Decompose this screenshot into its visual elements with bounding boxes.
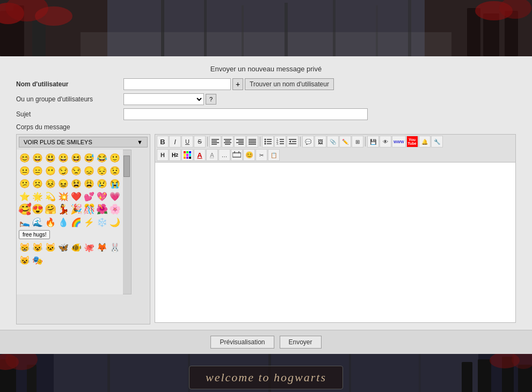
more-options-button[interactable]: … xyxy=(218,149,230,161)
smiley-item[interactable]: 🐙 xyxy=(83,241,95,253)
paste-button[interactable]: 📋 xyxy=(268,149,280,161)
smiley-item[interactable]: ⚡ xyxy=(83,216,95,228)
smiley-item[interactable]: 😒 xyxy=(70,165,82,176)
preview-inline-button[interactable]: 👁 xyxy=(380,136,391,147)
free-hugs-smiley[interactable]: free hugs! xyxy=(19,230,50,239)
align-justify-button[interactable] xyxy=(246,136,258,147)
color-grid-button[interactable] xyxy=(181,149,193,161)
username-input[interactable] xyxy=(123,78,231,90)
smiley-item[interactable]: 💧 xyxy=(57,216,69,228)
bold-button[interactable]: B xyxy=(157,136,169,147)
see-more-smileys-button[interactable]: VOIR PLUS DE SMILEYS ▼ xyxy=(19,137,148,147)
smiley-item[interactable]: 😆 xyxy=(70,152,82,164)
smiley-item[interactable]: 🌈 xyxy=(70,216,82,228)
spoiler-button[interactable] xyxy=(231,149,243,161)
smiley-item[interactable]: 💖 xyxy=(96,190,108,202)
table-button[interactable]: ⊞ xyxy=(352,136,363,147)
ordered-list-button[interactable]: 1.2.3. xyxy=(274,136,286,147)
save-button[interactable]: 💾 xyxy=(367,136,379,147)
smiley-item[interactable]: 😭 xyxy=(109,177,121,189)
plus-button[interactable]: + xyxy=(232,78,243,90)
smiley-item[interactable]: 🎉 xyxy=(70,203,82,215)
bell-button[interactable]: 🔔 xyxy=(419,136,431,147)
smiley-toolbar-button[interactable]: 😊 xyxy=(243,149,255,161)
smiley-item[interactable]: ❤️ xyxy=(70,190,82,202)
preview-button[interactable]: Prévisualisation xyxy=(210,336,274,349)
smiley-item[interactable]: 🌙 xyxy=(109,216,121,228)
cut-button[interactable]: ✂ xyxy=(256,149,267,161)
smiley-item[interactable]: 🌊 xyxy=(32,216,43,228)
smiley-item[interactable]: 😖 xyxy=(57,177,69,189)
send-button[interactable]: Envoyer xyxy=(280,336,322,349)
scroll-thumb[interactable] xyxy=(123,156,130,177)
smiley-item[interactable]: 😫 xyxy=(70,177,82,189)
smiley-item[interactable]: 😄 xyxy=(32,152,43,164)
message-body-textarea[interactable] xyxy=(155,162,516,323)
smiley-item[interactable]: 😑 xyxy=(32,165,43,176)
outdent-button[interactable] xyxy=(287,136,298,147)
smiley-item[interactable]: 😶 xyxy=(45,165,56,176)
code-button[interactable]: ✏️ xyxy=(339,136,351,147)
smiley-item[interactable]: ❄️ xyxy=(96,216,108,228)
smiley-item[interactable]: 😀 xyxy=(57,152,69,164)
smiley-item[interactable]: 🌺 xyxy=(96,203,108,215)
quote-button[interactable]: 💬 xyxy=(302,136,314,147)
smiley-item[interactable]: 😞 xyxy=(83,165,95,176)
smiley-item[interactable]: 😩 xyxy=(83,177,95,189)
smiley-item[interactable]: 🥰 xyxy=(19,203,31,215)
italic-button[interactable]: I xyxy=(169,136,181,147)
youtube-button[interactable]: YouTube xyxy=(406,136,418,147)
smiley-item[interactable]: 🌟 xyxy=(32,190,43,202)
smiley-item[interactable]: 🙂 xyxy=(109,152,121,164)
smiley-item[interactable]: 😸 xyxy=(19,241,31,253)
smiley-item[interactable]: 💫 xyxy=(45,190,56,202)
font-color-button[interactable]: A xyxy=(194,149,206,161)
smiley-item[interactable]: 🐱 xyxy=(45,241,56,253)
smiley-item[interactable]: 😃 xyxy=(45,152,56,164)
smiley-item[interactable]: 💥 xyxy=(57,190,69,202)
smiley-item[interactable]: ☹️ xyxy=(32,177,43,189)
align-left-button[interactable] xyxy=(209,136,221,147)
smiley-item[interactable]: 😺 xyxy=(32,241,43,253)
smiley-item[interactable]: 🛌 xyxy=(19,216,31,228)
url-button[interactable]: www xyxy=(392,136,406,147)
align-center-button[interactable] xyxy=(222,136,234,147)
smileys-scrollbar[interactable] xyxy=(123,150,132,294)
smiley-item[interactable]: 😊 xyxy=(19,152,31,164)
smiley-item[interactable]: 😔 xyxy=(96,165,108,176)
smiley-item[interactable]: 😐 xyxy=(19,165,31,176)
smiley-item[interactable]: 🦋 xyxy=(57,241,69,253)
smiley-item[interactable]: ⭐ xyxy=(19,190,31,202)
smiley-item[interactable]: 😟 xyxy=(109,165,121,176)
link-button[interactable]: 📎 xyxy=(327,136,339,147)
smiley-item[interactable]: 😢 xyxy=(96,177,108,189)
smiley-item[interactable]: 😂 xyxy=(96,152,108,164)
strikethrough-button[interactable]: S xyxy=(194,136,206,147)
group-select[interactable] xyxy=(123,93,204,105)
underline-button[interactable]: U xyxy=(181,136,193,147)
image-button[interactable]: 🖼 xyxy=(315,136,326,147)
help-button[interactable]: ? xyxy=(206,94,216,105)
smiley-item[interactable]: 🐠 xyxy=(70,241,82,253)
align-right-button[interactable] xyxy=(234,136,246,147)
smiley-item[interactable]: 😣 xyxy=(45,177,56,189)
smiley-item[interactable]: 😅 xyxy=(83,152,95,164)
smiley-item[interactable]: 🤗 xyxy=(45,203,56,215)
wrench-button[interactable]: 🔧 xyxy=(431,136,443,147)
find-user-button[interactable]: Trouver un nom d'utilisateur xyxy=(245,78,334,90)
smiley-item[interactable]: 💕 xyxy=(83,190,95,202)
unordered-list-button[interactable] xyxy=(262,136,274,147)
smiley-item[interactable]: 💗 xyxy=(109,190,121,202)
smiley-item[interactable]: 💃 xyxy=(57,203,69,215)
smiley-item[interactable]: 🐰 xyxy=(109,241,121,253)
smiley-item[interactable]: 🎊 xyxy=(83,203,95,215)
smiley-item[interactable]: 😕 xyxy=(19,177,31,189)
smiley-item[interactable]: 🦊 xyxy=(96,241,108,253)
bg-color-button[interactable]: A xyxy=(206,149,218,161)
h-tag-button[interactable]: H xyxy=(157,149,169,161)
smiley-item[interactable]: 🌸 xyxy=(109,203,121,215)
h2-tag-button[interactable]: H2 xyxy=(169,149,181,161)
subject-input[interactable] xyxy=(123,108,368,120)
smiley-item[interactable]: 😍 xyxy=(32,203,43,215)
smiley-item[interactable]: 🎭 xyxy=(32,254,43,266)
